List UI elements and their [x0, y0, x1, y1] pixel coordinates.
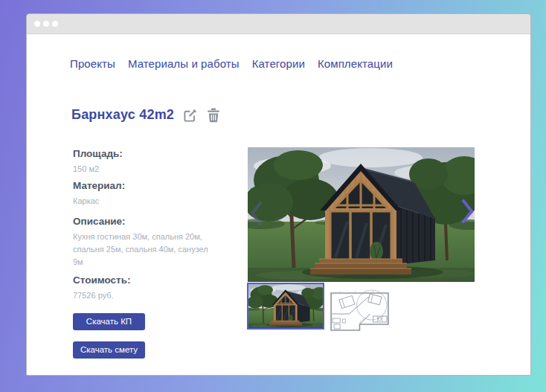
thumbnail-floor-plan[interactable]: [325, 286, 396, 335]
chevron-left-icon: [251, 202, 262, 225]
field-label-material: Материал:: [73, 180, 222, 192]
field-value-description: Кухня гостиная 30м, спальня 20м, спальня…: [73, 231, 219, 269]
main-nav: Проекты Материалы и работы Категории Ком…: [70, 57, 393, 70]
floor-plan-thumb: [325, 286, 396, 335]
field-value-material: Каркас: [73, 195, 222, 207]
trash-icon: [207, 108, 220, 123]
field-value-price: 77526 руб.: [73, 289, 222, 301]
edit-button[interactable]: [183, 108, 198, 123]
field-label-description: Описание:: [73, 216, 222, 228]
edit-icon: [183, 108, 198, 123]
chevron-right-icon: [462, 199, 473, 223]
field-label-area: Площадь:: [73, 148, 222, 160]
page-title: Барнхаус 42m2: [71, 107, 174, 123]
nav-item-materials[interactable]: Материалы и работы: [128, 57, 240, 70]
barnhouse-photo-thumb: [248, 284, 323, 328]
gallery-next-arrow[interactable]: [462, 199, 473, 226]
window-minimize-dot[interactable]: [43, 21, 49, 27]
browser-window: Проекты Материалы и работы Категории Ком…: [26, 13, 531, 376]
window-close-dot[interactable]: [34, 21, 40, 27]
download-estimate-button[interactable]: Скачать смету: [73, 341, 145, 359]
gallery-main-image[interactable]: [248, 147, 475, 282]
nav-item-projects[interactable]: Проекты: [70, 57, 115, 70]
barnhouse-photo: [248, 147, 475, 282]
nav-item-categories[interactable]: Категории: [252, 57, 305, 70]
project-details: Площадь: 150 м2 Материал: Каркас Описани…: [73, 148, 222, 359]
project-title-row: Барнхаус 42m2: [71, 107, 220, 123]
gallery-prev-arrow[interactable]: [251, 202, 262, 228]
window-maximize-dot[interactable]: [52, 21, 58, 27]
field-value-area: 150 м2: [73, 163, 222, 175]
delete-button[interactable]: [207, 108, 220, 123]
window-titlebar: [27, 14, 530, 34]
nav-item-bundles[interactable]: Комплектации: [318, 57, 393, 70]
thumbnail-house-photo[interactable]: [247, 283, 324, 330]
download-kp-button[interactable]: Скачать КП: [73, 313, 145, 330]
field-label-price: Стоимость:: [73, 274, 222, 286]
